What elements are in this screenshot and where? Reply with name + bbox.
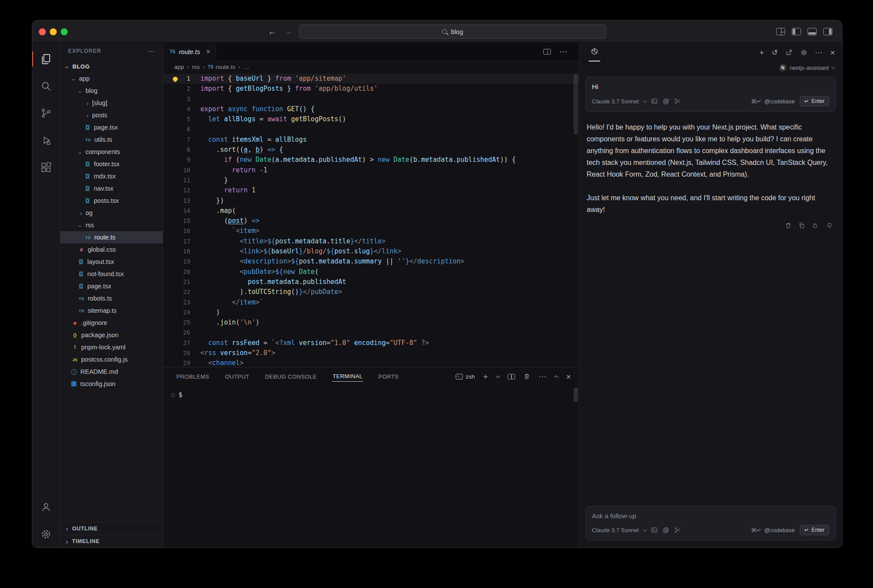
- attach-image-icon[interactable]: [651, 526, 658, 533]
- delete-message-icon[interactable]: [785, 222, 792, 229]
- breadcrumb-item-[interactable]: …: [243, 64, 249, 70]
- code-line-1[interactable]: 1import { baseUrl } from 'app/sitemap': [163, 74, 579, 84]
- code-line-27[interactable]: 27 const rssFeed = `<?xml version="1.0" …: [163, 338, 579, 348]
- kill-terminal-icon[interactable]: [523, 373, 530, 380]
- tree-file-gitignore[interactable]: ◆.gitignore: [60, 317, 163, 329]
- explorer-icon[interactable]: [32, 45, 60, 72]
- search-sidebar-icon[interactable]: [32, 72, 60, 99]
- snippet-icon[interactable]: [674, 526, 681, 533]
- back-icon[interactable]: ←: [268, 27, 276, 37]
- panel-tab-ports[interactable]: PORTS: [378, 372, 399, 382]
- user-message-card[interactable]: Hi Claude 3.7 Sonnet @ ⌘↵ @codebase ↵: [585, 77, 836, 112]
- code-line-14[interactable]: 14 .map(: [163, 206, 579, 216]
- tree-folder-rss[interactable]: ›rss: [60, 219, 163, 231]
- close-chat-icon[interactable]: ×: [830, 48, 835, 57]
- toggle-sidebar-icon[interactable]: [792, 28, 801, 35]
- tree-file-route-ts[interactable]: TSroute.ts: [60, 231, 163, 243]
- followup-input[interactable]: Ask a follow-up: [592, 512, 829, 520]
- code-line-21[interactable]: 21 post.metadata.publishedAt: [163, 277, 579, 287]
- outline-section[interactable]: › OUTLINE: [60, 522, 163, 535]
- chat-history-icon[interactable]: ↺: [772, 48, 778, 57]
- breadcrumb-item-routets[interactable]: TSroute.ts: [208, 64, 235, 70]
- enter-button[interactable]: ↵ Enter: [800, 96, 829, 106]
- tree-folder-blog[interactable]: ›blog: [60, 85, 163, 97]
- tree-folder-app[interactable]: ›app: [60, 72, 163, 85]
- code-line-15[interactable]: 15 (post) =>: [163, 216, 579, 226]
- followup-input-card[interactable]: Ask a follow-up Claude 3.7 Sonnet @ ⌘↵ @…: [585, 506, 836, 540]
- tree-file-mdx-tsx[interactable]: mdx.tsx: [60, 170, 163, 182]
- tab-close-icon[interactable]: ×: [206, 48, 210, 56]
- tree-folder-components[interactable]: ›components: [60, 146, 163, 158]
- terminal-profile-chevron-icon[interactable]: [495, 374, 500, 378]
- codebase-label[interactable]: @codebase: [764, 527, 795, 533]
- snippet-icon[interactable]: [674, 98, 681, 105]
- maximize-panel-icon[interactable]: [554, 375, 558, 379]
- attach-image-icon[interactable]: [651, 98, 658, 105]
- tree-file-footer-tsx[interactable]: footer.tsx: [60, 158, 163, 170]
- lightbulb-icon[interactable]: [173, 77, 178, 81]
- timeline-section[interactable]: › TIMELINE: [60, 535, 163, 547]
- run-debug-icon[interactable]: [32, 126, 60, 154]
- panel-more-icon[interactable]: ⋯: [539, 372, 546, 381]
- open-in-editor-icon[interactable]: [785, 49, 793, 56]
- code-line-25[interactable]: 25 .join('\n'): [163, 318, 579, 328]
- chat-more-icon[interactable]: ⋯: [815, 48, 823, 57]
- code-line-11[interactable]: 11 }: [163, 175, 579, 185]
- code-line-12[interactable]: 12 return 1: [163, 185, 579, 195]
- code-line-18[interactable]: 18 <link>${baseUrl}/blog/${post.slug}</l…: [163, 246, 579, 256]
- tree-file-postcss-config-js[interactable]: JSpostcss.config.js: [60, 353, 163, 366]
- tree-file-global-css[interactable]: #global.css: [60, 243, 163, 256]
- editor-more-icon[interactable]: ⋯: [560, 47, 567, 56]
- model-selector[interactable]: Claude 3.7 Sonnet: [592, 527, 639, 533]
- tree-file-pnpm-lock-yaml[interactable]: !pnpm-lock.yaml: [60, 341, 163, 353]
- code-line-13[interactable]: 13 }): [163, 196, 579, 206]
- active-terminal[interactable]: >_ zsh: [456, 373, 475, 380]
- terminal-content[interactable]: ○ $: [163, 386, 579, 547]
- tree-file-posts-tsx[interactable]: posts.tsx: [60, 195, 163, 207]
- new-chat-icon[interactable]: +: [760, 48, 764, 57]
- tree-file-utils-ts[interactable]: TSutils.ts: [60, 133, 163, 146]
- code-editor[interactable]: 1import { baseUrl } from 'app/sitemap'2i…: [163, 73, 579, 367]
- close-window-button[interactable]: [39, 28, 46, 35]
- agent-selector[interactable]: N nextjs-assistant: [579, 62, 842, 73]
- code-line-3[interactable]: 3: [163, 94, 579, 104]
- forward-icon[interactable]: →: [284, 27, 292, 37]
- code-line-26[interactable]: 26: [163, 328, 579, 338]
- panel-tab-debug-console[interactable]: DEBUG CONSOLE: [265, 372, 317, 382]
- tree-file-page-tsx[interactable]: page.tsx: [60, 280, 163, 292]
- toggle-secondary-sidebar-icon[interactable]: [823, 28, 832, 35]
- tree-folder-posts[interactable]: ›posts: [60, 109, 163, 121]
- code-line-8[interactable]: 8 .sort((a, b) => {: [163, 145, 579, 155]
- thumbs-up-icon[interactable]: [812, 222, 819, 229]
- code-line-28[interactable]: 28<rss version="2.0">: [163, 348, 579, 358]
- mention-icon[interactable]: @: [663, 526, 669, 533]
- tree-file-layout-tsx[interactable]: layout.tsx: [60, 256, 163, 268]
- code-line-9[interactable]: 9 if (new Date(a.metadata.publishedAt) >…: [163, 155, 579, 165]
- zoom-window-button[interactable]: [61, 28, 68, 35]
- code-line-20[interactable]: 20 <pubDate>${new Date(: [163, 267, 579, 277]
- settings-gear-icon[interactable]: [32, 520, 60, 547]
- account-icon[interactable]: [32, 493, 60, 520]
- terminal-scrollbar[interactable]: [574, 387, 578, 402]
- source-control-icon[interactable]: [32, 99, 60, 126]
- explorer-more-icon[interactable]: ⋯: [148, 47, 155, 55]
- tree-folder-og[interactable]: ›og: [60, 207, 163, 219]
- split-editor-icon[interactable]: [543, 49, 551, 55]
- customize-layout-icon[interactable]: [776, 28, 785, 35]
- thumbs-down-icon[interactable]: [825, 222, 832, 229]
- model-selector[interactable]: Claude 3.7 Sonnet: [592, 98, 639, 105]
- code-line-23[interactable]: 23 </item>`: [163, 297, 579, 308]
- panel-tab-problems[interactable]: PROBLEMS: [176, 372, 210, 382]
- code-line-5[interactable]: 5 let allBlogs = await getBlogPosts(): [163, 114, 579, 124]
- tree-file-package-json[interactable]: {}package.json: [60, 329, 163, 341]
- breadcrumb[interactable]: app›rss›TSroute.ts›…: [163, 61, 579, 73]
- tree-file-page-tsx[interactable]: page.tsx: [60, 121, 163, 133]
- enter-button[interactable]: ↵ Enter: [800, 525, 829, 535]
- panel-tab-output[interactable]: OUTPUT: [224, 372, 250, 382]
- copy-message-icon[interactable]: [798, 222, 805, 229]
- breadcrumb-item-rss[interactable]: rss: [192, 64, 200, 70]
- code-line-4[interactable]: 4export async function GET() {: [163, 104, 579, 114]
- minimize-window-button[interactable]: [50, 28, 57, 35]
- breadcrumb-item-app[interactable]: app: [174, 64, 184, 70]
- codebase-label[interactable]: @codebase: [764, 98, 795, 105]
